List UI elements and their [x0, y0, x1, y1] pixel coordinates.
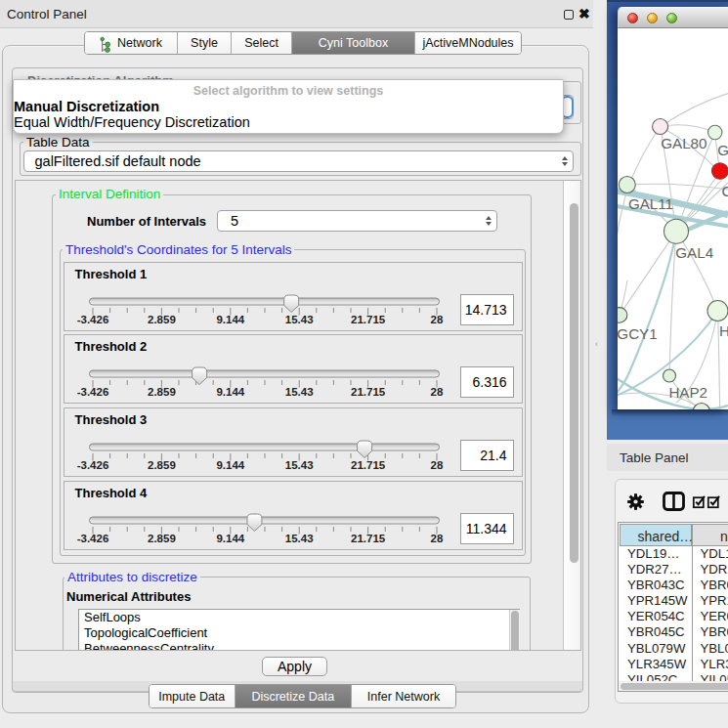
svg-text:-3.426: -3.426 [76, 458, 108, 470]
svg-text:2.859: 2.859 [148, 532, 176, 543]
svg-text:H: H [719, 322, 728, 339]
svg-text:9.144: 9.144 [216, 313, 244, 324]
svg-text:9.144: 9.144 [216, 532, 244, 543]
svg-text:GAL4: GAL4 [675, 244, 713, 261]
svg-text:GCY1: GCY1 [618, 325, 658, 342]
svg-text:21.715: 21.715 [351, 313, 386, 324]
svg-text:HAP2: HAP2 [668, 384, 707, 401]
svg-text:15.43: 15.43 [284, 458, 313, 470]
svg-text:9.144: 9.144 [216, 386, 244, 398]
svg-text:28: 28 [430, 458, 443, 470]
svg-text:15.43: 15.43 [284, 386, 313, 398]
svg-text:28: 28 [430, 313, 443, 324]
svg-text:15.43: 15.43 [284, 313, 313, 324]
svg-text:2.859: 2.859 [148, 458, 176, 470]
svg-text:21.715: 21.715 [351, 458, 386, 470]
svg-text:GAL11: GAL11 [628, 195, 673, 212]
svg-text:21.715: 21.715 [351, 386, 386, 398]
svg-text:-3.426: -3.426 [76, 532, 108, 543]
svg-text:GAL80: GAL80 [661, 135, 707, 151]
svg-text:28: 28 [430, 532, 443, 543]
svg-text:2.859: 2.859 [148, 386, 176, 398]
svg-text:-3.426: -3.426 [76, 386, 108, 398]
svg-text:9.144: 9.144 [216, 458, 244, 470]
svg-text:2.859: 2.859 [148, 313, 176, 324]
svg-text:15.43: 15.43 [284, 532, 313, 543]
svg-text:28: 28 [430, 386, 443, 398]
svg-text:C: C [722, 183, 728, 199]
svg-text:-3.426: -3.426 [76, 313, 108, 324]
svg-text:GA: GA [717, 142, 728, 158]
svg-text:21.715: 21.715 [351, 532, 386, 543]
